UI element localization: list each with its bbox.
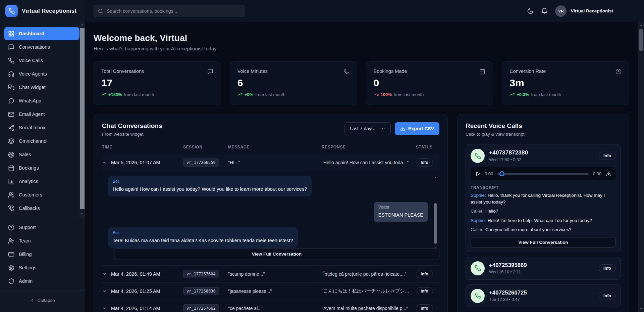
chevron-down-icon[interactable] (102, 306, 107, 311)
transcript-line: Caller:Hello? (471, 208, 616, 215)
notifications-bell-icon[interactable] (541, 8, 548, 14)
voice-panel-title: Recent Voice Calls (466, 122, 621, 130)
transcript-line: Sophie:Hello! I'm here to help. What can… (471, 217, 616, 224)
phone-icon (475, 293, 481, 299)
thread-scrollbar-thumb[interactable] (434, 203, 437, 244)
thread-scrollbar[interactable] (433, 176, 437, 249)
sidebar-collapse-button[interactable]: Collapse (0, 294, 85, 307)
chevron-down-icon[interactable] (102, 272, 107, 276)
chevron-down-icon[interactable] (433, 246, 437, 249)
chevron-down-icon[interactable] (102, 289, 107, 294)
sidebar-item-admin[interactable]: Admin (4, 274, 79, 288)
audio-player: 0:00 0:00 (471, 167, 616, 180)
stat-change-suffix: from last month (394, 92, 424, 97)
call-meta: Wed 17:50 • 0:32 (489, 158, 528, 162)
conversations-table: TIME SESSION MESSAGE RESPONSE STATUS Mar… (102, 145, 439, 312)
sidebar-item-chat-widget[interactable]: Chat Widget (4, 81, 79, 94)
sidebar-item-bookings[interactable]: Bookings (4, 161, 79, 175)
stat-value: 3m (509, 77, 622, 89)
sidebar-item-label: WhatsApp (19, 98, 41, 103)
view-full-conversation-button[interactable]: View Full Conversation (471, 237, 616, 248)
user-avatar[interactable]: VR (555, 5, 567, 17)
table-row[interactable]: Mar 4, 2026, 01:25 AM vr_177258030 "japa… (102, 283, 439, 300)
stat-change-suffix: from last month (531, 92, 561, 97)
chevron-up-icon[interactable] (638, 24, 644, 28)
speaker-text: Hello? (485, 209, 498, 214)
info-badge[interactable]: Info (599, 152, 616, 160)
page-scrollbar[interactable] (638, 22, 644, 312)
info-badge[interactable]: Info (416, 159, 433, 167)
sidebar-item-voice-agents[interactable]: Voice Agents (4, 67, 79, 81)
play-icon[interactable] (475, 171, 480, 177)
date-range-select[interactable]: Last 7 days (344, 122, 391, 135)
sidebar-item-conversations[interactable]: Conversations (4, 40, 79, 54)
table-row[interactable]: Mar 4, 2026, 01:49 AM vr_177257604 "scum… (102, 266, 439, 283)
row-time: Mar 4, 2026, 01:14 AM (111, 306, 160, 311)
sidebar-item-omnichannel[interactable]: Omnichannel (4, 134, 79, 148)
voice-call-card[interactable]: +40737872380 Wed 17:50 • 0:32 Info 0:00 … (466, 144, 621, 252)
info-badge[interactable]: Info (416, 270, 433, 278)
sidebar-item-email-agent[interactable]: Email Agent (4, 107, 79, 121)
sidebar-item-label: Voice Calls (19, 58, 43, 63)
total-time: 0:00 (593, 171, 601, 176)
speaker-name: Sophie: (471, 218, 486, 223)
voice-call-card[interactable]: +40725260725 Tue 12:39 • 0:47 Info (466, 284, 621, 307)
voice-call-card[interactable]: +40725395869 Wed 16:10 • 2:11 Info (466, 257, 621, 280)
help-circle-icon (8, 224, 14, 231)
stat-change-suffix: from last month (255, 92, 285, 97)
sidebar-item-support[interactable]: Support (4, 221, 79, 234)
table-row[interactable]: Mar 5, 2026, 01:07 AM vr_177266559 "HI..… (102, 154, 439, 171)
chevron-down-icon[interactable] (79, 212, 85, 216)
sidebar-item-analytics[interactable]: Analytics (4, 175, 79, 188)
export-csv-button[interactable]: Export CSV (395, 122, 439, 135)
chevron-down-icon[interactable] (638, 307, 644, 311)
transcript-line: Sophie:Hello, thank you for calling Virt… (471, 192, 616, 205)
slider-knob[interactable] (499, 171, 504, 176)
info-badge[interactable]: Info (599, 292, 616, 300)
download-icon (400, 126, 405, 131)
search-input[interactable] (107, 8, 240, 14)
stat-label: Conversion Rate (509, 69, 546, 74)
download-icon[interactable] (606, 171, 611, 177)
col-status: STATUS (416, 145, 439, 149)
sidebar-item-team[interactable]: Team (4, 234, 79, 248)
app-logo (5, 5, 18, 17)
sidebar-item-whatsapp[interactable]: WhatsApp (4, 94, 79, 107)
sidebar-item-billing[interactable]: Billing (4, 248, 79, 261)
col-session: SESSION (183, 145, 228, 149)
stat-value: 17 (101, 77, 213, 89)
message-role: Bot (113, 179, 307, 184)
chevron-down-icon (381, 126, 386, 131)
session-badge: vr_177258030 (183, 287, 219, 295)
global-search[interactable] (94, 5, 245, 17)
chat-thread: Bot Hello again! How can I assist you to… (108, 176, 439, 248)
speaker-name: Caller: (471, 227, 484, 232)
sidebar-item-label: Sales (19, 152, 31, 157)
stat-change: 100% (381, 92, 392, 97)
table-row[interactable]: Mar 4, 2026, 01:14 AM vr_177257662 "ce p… (102, 300, 439, 312)
view-full-conversation-button[interactable]: View Full Conversation (114, 249, 439, 260)
chevron-up-icon[interactable] (102, 160, 107, 165)
info-badge[interactable]: Info (599, 264, 616, 272)
message-text: Tere! Kuidas ma saan teid täna aidata? K… (113, 237, 293, 244)
sidebar-item-sales[interactable]: Sales (4, 148, 79, 161)
chevron-up-icon[interactable] (433, 176, 437, 179)
shield-icon (8, 278, 14, 284)
page-scrollbar-thumb[interactable] (639, 29, 643, 51)
sidebar-item-customers[interactable]: Customers (4, 188, 79, 202)
sidebar-item-callbacks[interactable]: Callbacks (4, 202, 79, 215)
sidebar-scrollbar-thumb[interactable] (80, 28, 85, 209)
info-badge[interactable]: Info (416, 287, 433, 295)
seek-slider[interactable] (497, 171, 588, 176)
main-content: Welcome back, Virtual Here's what's happ… (85, 22, 638, 312)
sidebar-scrollbar[interactable] (79, 22, 85, 218)
chevron-up-icon[interactable] (79, 23, 85, 27)
info-badge[interactable]: Info (416, 304, 433, 312)
sidebar-item-dashboard[interactable]: Dashboard (4, 27, 79, 40)
theme-toggle-moon-icon[interactable] (527, 8, 534, 14)
sidebar-item-social-inbox[interactable]: Social Inbox (4, 121, 79, 134)
sidebar-item-label: Social Inbox (19, 125, 45, 130)
sidebar-item-settings[interactable]: Settings (4, 261, 79, 274)
slider-track (497, 173, 588, 175)
sidebar-item-voice-calls[interactable]: Voice Calls (4, 54, 79, 67)
